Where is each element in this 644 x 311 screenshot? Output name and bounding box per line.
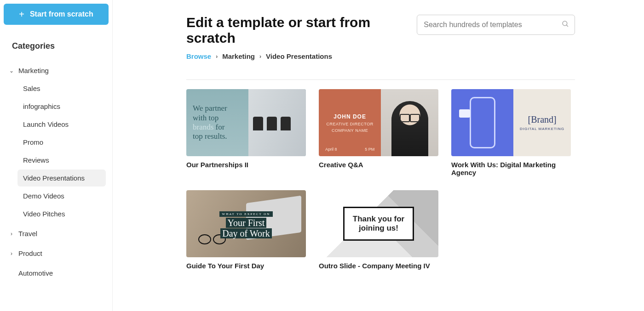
category-group-travel: › Travel: [4, 225, 109, 242]
sidebar-item-infographics[interactable]: infographics: [17, 98, 106, 115]
search-wrap: [417, 15, 575, 35]
template-thumbnail: WHAT TO EXPECT ON Your First Day of Work: [186, 190, 306, 257]
sidebar-item-promo[interactable]: Promo: [17, 134, 106, 151]
template-title: Our Partnerships II: [186, 161, 306, 169]
category-label: Travel: [18, 230, 37, 237]
template-thumbnail: [Brand] DIGITAL MARKETING: [451, 89, 571, 156]
breadcrumb-marketing[interactable]: Marketing: [222, 52, 255, 60]
template-title: Creative Q&A: [319, 161, 438, 169]
template-card-first-day[interactable]: WHAT TO EXPECT ON Your First Day of Work…: [186, 190, 306, 270]
plus-icon: +: [19, 10, 24, 19]
search-icon: [561, 20, 569, 30]
sidebar-item-reviews[interactable]: Reviews: [17, 152, 106, 169]
search-input[interactable]: [417, 15, 575, 35]
category-label: Automotive: [18, 269, 53, 277]
chevron-right-icon: ›: [259, 53, 261, 60]
category-header-travel[interactable]: › Travel: [4, 225, 109, 242]
sidebar-item-demo-videos[interactable]: Demo Videos: [17, 187, 106, 204]
chevron-down-icon: ⌄: [8, 68, 15, 74]
svg-point-0: [563, 21, 567, 26]
category-group-marketing: ⌄ Marketing Sales infographics Launch Vi…: [4, 62, 109, 222]
template-thumbnail: Thank you for joining us!: [319, 190, 438, 257]
main-content: Edit a template or start from scratch Br…: [113, 0, 644, 311]
breadcrumb: Browse › Marketing › Video Presentations: [186, 52, 575, 60]
start-from-scratch-button[interactable]: + Start from scratch: [4, 4, 109, 25]
category-subitems-marketing: Sales infographics Launch Videos Promo R…: [4, 80, 109, 222]
svg-line-1: [566, 25, 568, 27]
template-title: Outro Slide - Company Meeting IV: [319, 262, 438, 270]
categories-heading: Categories: [12, 41, 109, 51]
category-group-automotive: › Automotive: [4, 265, 109, 282]
category-header-marketing[interactable]: ⌄ Marketing: [4, 62, 109, 79]
template-card-creative-qa[interactable]: JOHN DOE CREATIVE DIRECTOR COMPANY NAME …: [319, 89, 438, 176]
template-card-work-with-us[interactable]: [Brand] DIGITAL MARKETING Work With Us: …: [451, 89, 571, 176]
chevron-right-icon: ›: [216, 53, 218, 60]
divider: [186, 79, 575, 80]
sidebar: + Start from scratch Categories ⌄ Market…: [0, 0, 113, 311]
chevron-right-icon: ›: [8, 231, 15, 237]
category-header-product[interactable]: › Product: [4, 245, 109, 262]
header-row: Edit a template or start from scratch: [186, 15, 575, 46]
page-title: Edit a template or start from scratch: [186, 15, 408, 46]
chevron-right-icon: ›: [8, 250, 15, 257]
template-thumbnail: JOHN DOE CREATIVE DIRECTOR COMPANY NAME …: [319, 89, 438, 156]
category-group-product: › Product: [4, 245, 109, 262]
category-label: Product: [18, 249, 42, 257]
sidebar-item-video-presentations[interactable]: Video Presentations: [17, 170, 106, 187]
sidebar-item-sales[interactable]: Sales: [17, 80, 106, 97]
category-label: Marketing: [18, 67, 49, 74]
template-thumbnail: We partner with top brands for top resul…: [186, 89, 306, 156]
sidebar-item-launch-videos[interactable]: Launch Videos: [17, 116, 106, 133]
template-card-outro-slide[interactable]: Thank you for joining us! Outro Slide - …: [319, 190, 438, 270]
template-title: Work With Us: Digital Marketing Agency: [451, 161, 571, 176]
category-header-automotive[interactable]: › Automotive: [4, 265, 109, 282]
template-title: Guide To Your First Day: [186, 262, 306, 270]
start-from-scratch-label: Start from scratch: [30, 10, 93, 18]
template-grid: We partner with top brands for top resul…: [186, 89, 575, 270]
breadcrumb-browse[interactable]: Browse: [186, 52, 211, 60]
sidebar-item-video-pitches[interactable]: Video Pitches: [17, 205, 106, 222]
template-card-our-partnerships[interactable]: We partner with top brands for top resul…: [186, 89, 306, 176]
breadcrumb-current: Video Presentations: [266, 52, 332, 60]
